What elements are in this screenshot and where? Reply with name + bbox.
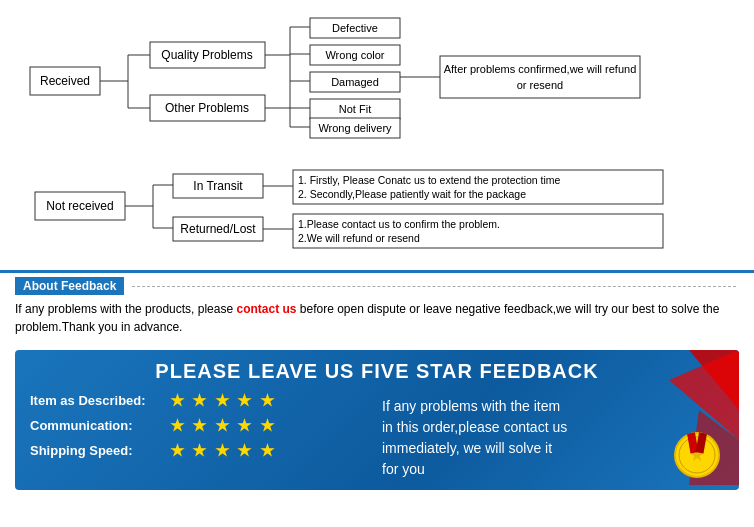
feedback-link[interactable]: contact us xyxy=(236,302,296,316)
feedback-header: About Feedback xyxy=(15,277,124,295)
star-banner: ★ PLEASE LEAVE US FIVE STAR FEEDBACK Ite… xyxy=(15,350,739,490)
feedback-text: If any problems with the products, pleas… xyxy=(15,300,739,336)
not-received-label: Not received xyxy=(46,199,113,213)
row1-stars: ★ ★ ★ ★ ★ xyxy=(170,391,276,410)
top-flow-svg: Received Quality Problems Other Problems… xyxy=(10,12,740,157)
bottom-flow-svg: Not received In Transit Returned/Lost 1.… xyxy=(15,162,745,262)
damaged-label: Damaged xyxy=(331,76,379,88)
not-fit-label: Not Fit xyxy=(339,103,371,115)
row2-label: Communication: xyxy=(30,418,170,433)
bottom-flowchart: Not received In Transit Returned/Lost 1.… xyxy=(0,157,754,270)
ribbon-decoration: ★ xyxy=(609,350,739,485)
in-transit-text-2: 2. Secondly,Please patiently wait for th… xyxy=(298,188,526,200)
banner-row-1: Item as Described: ★ ★ ★ ★ ★ xyxy=(30,391,372,410)
row1-label: Item as Described: xyxy=(30,393,170,408)
feedback-text-before: If any problems with the products, pleas… xyxy=(15,302,236,316)
row3-label: Shipping Speed: xyxy=(30,443,170,458)
top-flowchart: Received Quality Problems Other Problems… xyxy=(0,0,754,157)
returned-lost-text-1: 1.Please contact us to confirm the probl… xyxy=(298,218,500,230)
feedback-body: If any problems with the products, pleas… xyxy=(0,297,754,342)
banner-right-content: If any problems with the itemin this ord… xyxy=(382,398,567,477)
received-label: Received xyxy=(40,74,90,88)
returned-lost-label: Returned/Lost xyxy=(180,222,256,236)
result-label-2: or resend xyxy=(517,79,563,91)
banner-row-3: Shipping Speed: ★ ★ ★ ★ ★ xyxy=(30,441,372,460)
wrong-delivery-label: Wrong delivery xyxy=(318,122,392,134)
other-problems-label: Other Problems xyxy=(165,101,249,115)
banner-row-2: Communication: ★ ★ ★ ★ ★ xyxy=(30,416,372,435)
row3-stars: ★ ★ ★ ★ ★ xyxy=(170,441,276,460)
banner-left: Item as Described: ★ ★ ★ ★ ★ Communicati… xyxy=(30,391,372,466)
in-transit-label: In Transit xyxy=(193,179,243,193)
wrong-color-label: Wrong color xyxy=(325,49,384,61)
defective-label: Defective xyxy=(332,22,378,34)
about-feedback-section: About Feedback xyxy=(0,270,754,297)
result-label: After problems confirmed,we will refund xyxy=(444,63,637,75)
returned-lost-text-2: 2.We will refund or resend xyxy=(298,232,420,244)
row2-stars: ★ ★ ★ ★ ★ xyxy=(170,416,276,435)
quality-problems-label: Quality Problems xyxy=(161,48,252,62)
in-transit-text-1: 1. Firstly, Please Conatc us to extend t… xyxy=(298,174,561,186)
